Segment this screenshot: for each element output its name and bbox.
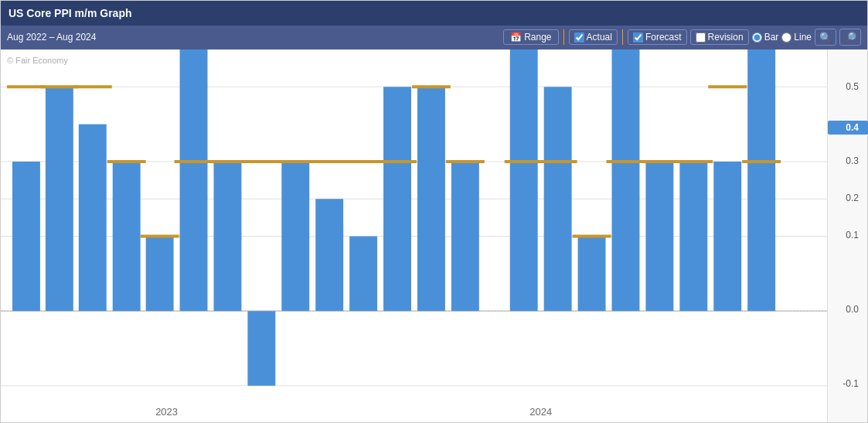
svg-rect-21 [213,162,241,311]
svg-text:2023: 2023 [155,406,178,418]
line-radio-label[interactable]: Line [781,32,812,43]
zoom-icon-button[interactable]: 🔎 [839,29,861,46]
svg-rect-43 [612,49,640,311]
forecast-checkbox-label[interactable]: Forecast [628,29,687,45]
svg-text:0.1: 0.1 [846,230,859,240]
revision-checkbox-label[interactable]: Revision [690,29,749,45]
svg-rect-41 [578,236,606,311]
svg-rect-49 [713,162,741,311]
chart-svg: 2023 2024 [1,49,827,422]
svg-rect-33 [417,87,445,311]
svg-rect-35 [451,162,479,311]
svg-text:0.5: 0.5 [846,81,859,92]
svg-rect-9 [12,162,40,311]
svg-text:0.0: 0.0 [846,304,859,315]
actual-checkbox[interactable] [574,32,584,43]
svg-rect-19 [180,49,208,311]
svg-text:2024: 2024 [529,406,552,418]
line-radio[interactable] [781,32,791,43]
bar-label: Bar [764,32,779,43]
svg-rect-27 [315,199,343,311]
chart-container: US Core PPI m/m Graph Aug 2022 – Aug 202… [0,0,868,423]
revision-checkbox[interactable] [696,32,706,43]
svg-text:-0.1: -0.1 [842,378,859,389]
chart-area: © Fair Economy 2023 2024 [1,49,827,422]
chart-toolbar: Aug 2022 – Aug 2024 📅 Range Actual Forec… [1,26,867,49]
actual-checkbox-label[interactable]: Actual [569,29,618,45]
forecast-checkbox[interactable] [633,32,643,43]
separator-1 [563,29,564,45]
svg-rect-45 [645,162,673,311]
bar-radio[interactable] [752,32,762,43]
bar-radio-label[interactable]: Bar [752,32,779,43]
chart-body: © Fair Economy 2023 2024 [1,49,867,422]
revision-label: Revision [708,32,744,43]
y-axis-svg: 0.5 0.3 0.2 0.1 0.0 -0.1 0.4 [828,49,868,420]
svg-text:0.4: 0.4 [846,122,859,133]
svg-rect-47 [679,162,707,311]
actual-label: Actual [587,32,612,43]
date-range: Aug 2022 – Aug 2024 [7,32,500,43]
line-label: Line [794,32,812,43]
svg-text:0.2: 0.2 [846,193,859,203]
svg-rect-23 [247,311,275,386]
calendar-icon: 📅 [510,32,522,43]
svg-rect-37 [510,49,538,311]
forecast-label: Forecast [645,32,682,43]
svg-rect-31 [383,87,411,311]
svg-rect-51 [747,49,775,311]
chart-title-bar: US Core PPI m/m Graph [1,1,867,26]
range-button[interactable]: 📅 Range [503,29,558,45]
search-icon-button[interactable]: 🔍 [815,29,836,46]
y-axis: 0.5 0.3 0.2 0.1 0.0 -0.1 0.4 [827,49,867,422]
separator-2 [622,29,623,45]
svg-rect-29 [349,236,377,311]
chart-title: US Core PPI m/m Graph [9,7,131,19]
range-label: Range [524,32,551,43]
chart-type-radio-group: Bar Line [752,32,812,43]
svg-rect-17 [146,236,174,311]
svg-rect-25 [281,162,309,311]
watermark: © Fair Economy [7,56,68,65]
svg-rect-11 [46,87,73,311]
svg-rect-39 [544,87,572,311]
svg-text:0.3: 0.3 [846,155,859,166]
svg-rect-13 [79,125,107,312]
svg-rect-15 [113,162,141,311]
